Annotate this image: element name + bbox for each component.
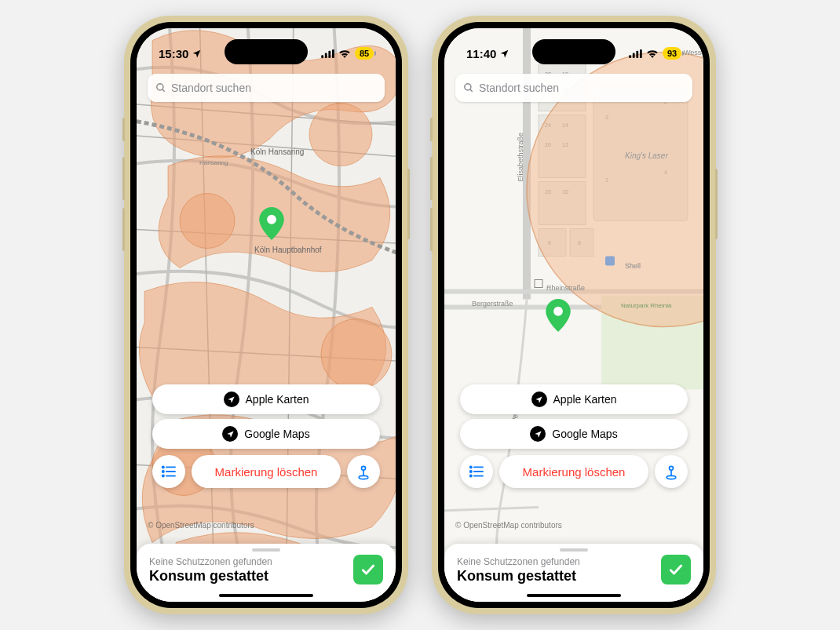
svg-point-5: [309, 104, 372, 166]
svg-text:Rheinstraße: Rheinstraße: [546, 284, 585, 292]
battery-badge: 85: [355, 47, 374, 60]
status-ok-badge: [353, 555, 383, 584]
svg-point-68: [470, 471, 472, 472]
dynamic-island: [225, 39, 308, 64]
map-canvas[interactable]: 2018 2216 2414 2612 2810 68 31 24: [444, 28, 703, 602]
svg-line-64: [470, 89, 473, 92]
svg-point-66: [470, 466, 472, 468]
open-google-maps-button[interactable]: Google Maps: [460, 419, 688, 449]
status-title: Konsum gestattet: [149, 568, 272, 584]
cellular-icon: [629, 49, 642, 58]
search-icon: [155, 82, 166, 93]
svg-point-72: [670, 466, 674, 470]
svg-text:King's Laser: King's Laser: [625, 151, 668, 160]
map-attribution: © OpenStreetMap contributors: [455, 521, 562, 530]
status-sheet[interactable]: Keine Schutzzonen gefunden Konsum gestat…: [137, 544, 396, 602]
button-label: Google Maps: [552, 428, 617, 440]
svg-rect-25: [636, 50, 638, 57]
search-icon: [463, 82, 474, 93]
svg-rect-24: [633, 53, 635, 57]
list-button[interactable]: [152, 455, 185, 488]
home-indicator[interactable]: [219, 594, 313, 597]
svg-rect-1: [325, 53, 327, 57]
status-sheet[interactable]: Keine Schutzzonen gefunden Konsum gestat…: [444, 544, 703, 602]
sheet-grabber[interactable]: [560, 548, 588, 552]
side-button: [122, 157, 125, 200]
svg-text:Naturpark Rheinla: Naturpark Rheinla: [621, 302, 672, 309]
navigation-icon: [530, 426, 546, 442]
side-button: [122, 208, 125, 251]
svg-point-17: [163, 471, 164, 472]
map-attribution: © OpenStreetMap contributors: [148, 521, 254, 530]
svg-rect-23: [629, 55, 631, 58]
svg-rect-0: [321, 55, 323, 58]
svg-text:Köln Hansaring: Köln Hansaring: [250, 147, 304, 156]
search-placeholder: Standort suchen: [479, 82, 559, 94]
svg-text:Shell: Shell: [625, 262, 641, 270]
svg-point-70: [470, 475, 472, 476]
navigation-icon: [531, 391, 547, 407]
open-apple-maps-button[interactable]: Apple Karten: [460, 384, 688, 414]
button-label: Google Maps: [244, 428, 309, 440]
side-button: [430, 118, 433, 141]
open-google-maps-button[interactable]: Google Maps: [152, 419, 380, 449]
svg-point-14: [267, 215, 276, 224]
svg-point-65: [553, 307, 563, 316]
svg-text:Elisabethstraße: Elisabethstraße: [517, 133, 524, 182]
recenter-button[interactable]: [347, 455, 380, 488]
dynamic-island: [532, 39, 615, 64]
search-placeholder: Standort suchen: [171, 82, 251, 94]
svg-point-63: [465, 84, 471, 90]
svg-rect-2: [328, 50, 331, 57]
wifi-icon: [646, 49, 659, 58]
sheet-grabber[interactable]: [252, 548, 280, 552]
location-arrow-icon: [192, 49, 202, 59]
phone-mockup-1: 15:30 85: [124, 16, 408, 614]
location-pin-icon[interactable]: [546, 299, 571, 332]
delete-marker-button[interactable]: Markierung löschen: [499, 455, 648, 488]
wifi-icon: [338, 49, 351, 58]
location-pin-icon[interactable]: [259, 207, 284, 240]
svg-text:Köln Hauptbahnhof: Köln Hauptbahnhof: [254, 246, 322, 254]
search-input[interactable]: Standort suchen: [148, 74, 385, 102]
svg-point-6: [180, 194, 235, 249]
side-button: [430, 208, 433, 251]
delete-marker-button[interactable]: Markierung löschen: [192, 455, 341, 488]
search-input[interactable]: Standort suchen: [455, 74, 692, 102]
side-button: [430, 157, 433, 200]
side-button: [407, 169, 410, 239]
recenter-button[interactable]: [655, 455, 688, 488]
location-arrow-icon: [499, 49, 509, 59]
status-subtitle: Keine Schutzzonen gefunden: [457, 556, 580, 567]
navigation-icon: [224, 391, 239, 407]
navigation-icon: [222, 426, 238, 442]
svg-rect-52: [605, 257, 615, 266]
screen: 11:40 93: [444, 28, 703, 602]
status-title: Konsum gestattet: [457, 568, 580, 584]
svg-point-21: [362, 466, 366, 470]
svg-text:Hansaring: Hansaring: [199, 159, 228, 166]
status-time: 15:30: [159, 47, 188, 60]
svg-point-7: [321, 319, 392, 390]
status-ok-badge: [661, 555, 691, 584]
status-time: 11:40: [466, 47, 496, 60]
location-pin-icon: [356, 463, 371, 480]
map-canvas[interactable]: Köln Hansaring Köln Hauptbahnhof Hansari…: [137, 28, 396, 602]
svg-point-22: [359, 475, 368, 479]
svg-line-13: [163, 89, 165, 92]
open-apple-maps-button[interactable]: Apple Karten: [152, 384, 380, 414]
button-label: Markierung löschen: [215, 465, 318, 479]
list-button[interactable]: [460, 455, 493, 488]
map-actions: Apple Karten Google Maps Markierung lösc…: [152, 384, 380, 488]
checkmark-icon: [668, 562, 684, 577]
svg-rect-26: [640, 49, 642, 58]
svg-point-12: [157, 84, 163, 90]
button-label: Apple Karten: [553, 393, 617, 406]
home-indicator[interactable]: [527, 594, 621, 597]
svg-rect-3: [332, 49, 334, 58]
side-button: [122, 118, 125, 141]
screen: 15:30 85: [137, 28, 396, 602]
svg-point-19: [163, 475, 164, 476]
svg-point-15: [163, 466, 164, 468]
battery-badge: 93: [663, 47, 681, 60]
